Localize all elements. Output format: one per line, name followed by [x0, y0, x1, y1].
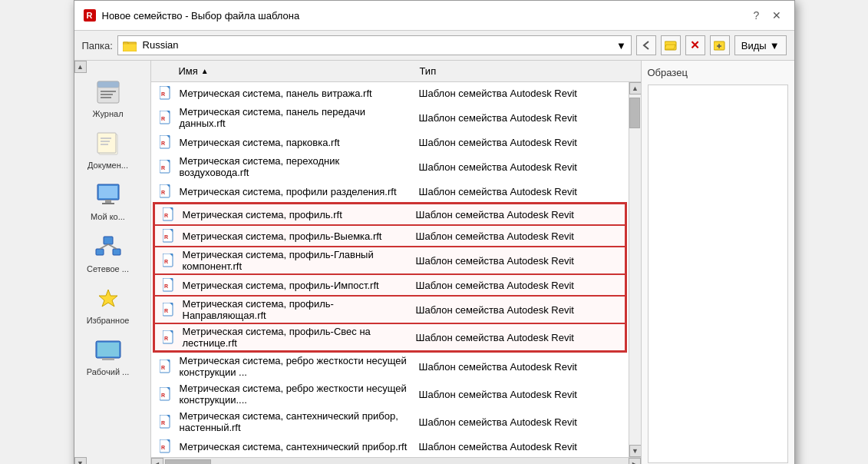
- svg-text:R: R: [161, 393, 165, 398]
- scroll-col-spacer: [629, 64, 641, 78]
- file-icon: R: [155, 109, 177, 126]
- sidebar-items-container: Журнал Докумен...: [74, 73, 150, 457]
- table-row[interactable]: R Метрическая система, панель витража.rf…: [151, 82, 629, 104]
- svg-text:R: R: [161, 116, 165, 121]
- folder-name: Russian: [123, 39, 179, 51]
- sidebar-label-desktop: Рабочий ...: [87, 367, 130, 377]
- back-button[interactable]: [636, 35, 656, 55]
- horiz-left-arrow[interactable]: ◄: [151, 458, 163, 465]
- table-row[interactable]: R Метрическая система, ребро жесткости н…: [151, 380, 629, 408]
- file-name: Метрическая система, сантехнический приб…: [177, 441, 413, 452]
- table-row[interactable]: R Метрическая система, профиль-Свес на л…: [154, 323, 625, 351]
- documents-svg: [94, 131, 122, 156]
- sidebar-item-favorites[interactable]: Избранное: [74, 280, 142, 331]
- sidebar-item-network[interactable]: Сетевое ...: [74, 228, 142, 280]
- folder-combo[interactable]: Russian ▼: [117, 35, 632, 55]
- sidebar-item-documents[interactable]: Докумен...: [74, 124, 142, 176]
- network-icon: [93, 234, 124, 261]
- scroll-thumb[interactable]: [629, 98, 640, 128]
- table-row[interactable]: R Метрическая система, панель передачи д…: [151, 104, 629, 131]
- file-icon: R: [158, 206, 180, 223]
- svg-rect-17: [105, 200, 111, 203]
- file-type: Шаблон семейства Autodesk Revit: [413, 441, 628, 452]
- file-icon: R: [155, 386, 177, 403]
- column-type[interactable]: Тип: [414, 64, 629, 78]
- help-button[interactable]: ?: [748, 7, 765, 24]
- table-row[interactable]: R Метрическая система, профиль-Главный к…: [154, 247, 625, 274]
- file-type: Шаблон семейства Autodesk Revit: [413, 137, 628, 148]
- file-name: Метрическая система, сантехнический приб…: [177, 410, 413, 433]
- title-bar: R Новое семейство - Выбор файла шаблона …: [74, 1, 794, 31]
- file-name: Метрическая система, панель передачи дан…: [177, 106, 413, 129]
- file-name: Метрическая система, парковка.rft: [177, 137, 413, 148]
- file-type: Шаблон семейства Autodesk Revit: [413, 161, 628, 173]
- file-icon: R: [155, 413, 177, 430]
- svg-rect-13: [101, 141, 110, 142]
- sidebar-scroll-down[interactable]: ▼: [74, 457, 87, 464]
- sidebar-item-journal[interactable]: Журнал: [74, 73, 142, 124]
- table-row[interactable]: R Метрическая система, переходник воздух…: [151, 153, 629, 181]
- svg-text:R: R: [161, 445, 165, 450]
- file-type: Шаблон семейства Autodesk Revit: [413, 112, 628, 124]
- table-row[interactable]: R Метрическая система, профиль.rft Шабло…: [154, 204, 625, 225]
- sidebar-label-documents: Докумен...: [87, 161, 128, 171]
- svg-rect-2: [123, 44, 137, 51]
- svg-rect-6: [97, 81, 119, 88]
- file-icon: R: [158, 301, 180, 318]
- sidebar-item-computer[interactable]: Мой ко...: [74, 176, 142, 227]
- svg-text:R: R: [161, 91, 165, 97]
- file-name: Метрическая система, панель витража.rft: [177, 88, 413, 99]
- sidebar-label-computer: Мой ко...: [91, 212, 125, 222]
- svg-line-22: [100, 244, 108, 249]
- scroll-up-arrow[interactable]: ▲: [629, 82, 641, 94]
- sidebar-scroll-up[interactable]: ▲: [74, 61, 87, 73]
- svg-text:R: R: [164, 234, 168, 240]
- file-icon: R: [158, 252, 180, 269]
- folder-icon: [123, 40, 137, 51]
- table-row[interactable]: R Метрическая система, профиль-Направляю…: [154, 296, 625, 323]
- folder-open-button[interactable]: [661, 35, 681, 55]
- table-row[interactable]: R Метрическая система, профиль-Импост.rf…: [154, 274, 625, 296]
- horiz-right-arrow[interactable]: ►: [629, 458, 641, 465]
- table-row[interactable]: R Метрическая система, сантехнический пр…: [151, 408, 629, 436]
- file-icon: R: [158, 277, 180, 293]
- table-row[interactable]: R Метрическая система, профили разделени…: [151, 181, 629, 202]
- sidebar-item-desktop[interactable]: Рабочий ...: [74, 331, 142, 383]
- file-type: Шаблон семейства Autodesk Revit: [413, 186, 628, 197]
- file-icon: R: [155, 183, 177, 200]
- file-type: Шаблон семейства Autodesk Revit: [413, 361, 628, 373]
- file-name: Метрическая система, профиль-Направляюща…: [180, 298, 410, 321]
- preview-title: Образец: [648, 67, 788, 78]
- file-name: Метрическая система, профиль-Импост.rft: [180, 280, 410, 291]
- column-name[interactable]: Имя ▲: [173, 64, 414, 78]
- file-name: Метрическая система, профиль-Свес на лес…: [180, 326, 410, 349]
- sidebar: ▲ Журнал: [74, 61, 151, 464]
- svg-rect-18: [102, 203, 114, 204]
- file-type: Шаблон семейства Autodesk Revit: [410, 332, 625, 343]
- table-row[interactable]: R Метрическая система, парковка.rft Шабл…: [151, 131, 629, 153]
- svg-rect-7: [101, 91, 116, 92]
- back-icon: [641, 40, 652, 51]
- file-name: Метрическая система, ребро жесткости нес…: [177, 355, 413, 378]
- file-icon: R: [155, 158, 177, 175]
- table-row[interactable]: R Метрическая система, сантехнический пр…: [151, 436, 629, 457]
- file-name: Метрическая система, профиль.rft: [180, 209, 410, 220]
- computer-svg: [94, 183, 122, 207]
- horizontal-scrollbar: ◄ ►: [151, 457, 641, 464]
- file-icon: R: [158, 227, 180, 244]
- favorites-svg: [94, 287, 122, 311]
- dialog-window: R Новое семейство - Выбор файла шаблона …: [74, 0, 795, 464]
- table-row[interactable]: R Метрическая система, ребро жесткости н…: [151, 353, 629, 380]
- table-row[interactable]: R Метрическая система, профиль-Выемка.rf…: [154, 225, 625, 247]
- app-icon: R: [84, 9, 96, 22]
- views-button[interactable]: Виды ▼: [734, 35, 787, 55]
- file-area: Имя ▲ Тип R Метрическая система, панель …: [151, 61, 641, 464]
- horiz-thumb[interactable]: [165, 459, 211, 465]
- file-list-inner: R Метрическая система, панель витража.rf…: [151, 82, 629, 457]
- delete-button[interactable]: ✕: [685, 35, 705, 55]
- new-folder-button[interactable]: [710, 35, 730, 55]
- scroll-down-arrow[interactable]: ▼: [629, 445, 641, 457]
- close-button[interactable]: ✕: [768, 7, 785, 24]
- toolbar: Папка: Russian ▼: [74, 31, 794, 61]
- svg-line-23: [108, 244, 117, 249]
